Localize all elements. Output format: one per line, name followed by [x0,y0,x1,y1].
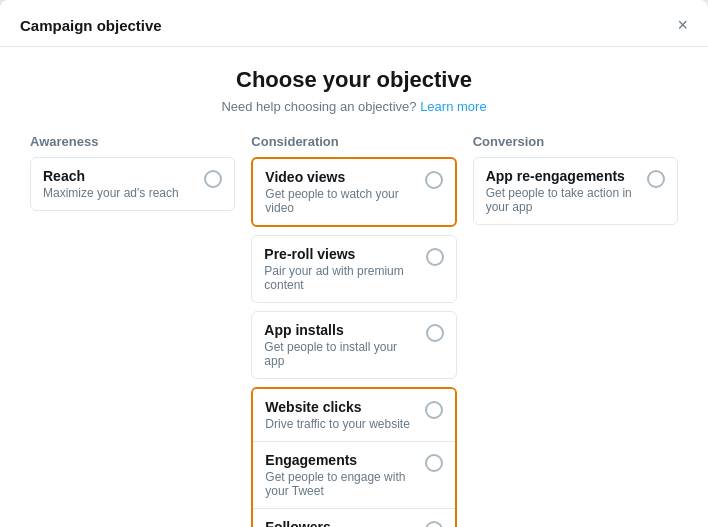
app-installs-option[interactable]: App installs Get people to install your … [251,311,456,379]
engagements-option[interactable]: Engagements Get people to engage with yo… [253,442,454,509]
reach-option[interactable]: Reach Maximize your ad's reach [30,157,235,211]
app-reengagements-radio[interactable] [647,170,665,188]
website-clicks-radio[interactable] [425,401,443,419]
campaign-objective-modal: Campaign objective × Choose your objecti… [0,0,708,527]
consideration-header: Consideration [251,134,456,149]
conversion-header: Conversion [473,134,678,149]
consideration-column: Consideration Video views Get people to … [251,134,456,527]
heading-section: Choose your objective Need help choosing… [30,67,678,114]
awareness-column: Awareness Reach Maximize your ad's reach [30,134,235,527]
video-views-option[interactable]: Video views Get people to watch your vid… [251,157,456,227]
preroll-views-radio[interactable] [426,248,444,266]
bottom-group: Website clicks Drive traffic to your web… [251,387,456,527]
preroll-views-option[interactable]: Pre-roll views Pair your ad with premium… [251,235,456,303]
reach-radio[interactable] [204,170,222,188]
app-reengagements-option[interactable]: App re-engagements Get people to take ac… [473,157,678,225]
followers-radio[interactable] [425,521,443,527]
modal-header: Campaign objective × [0,0,708,47]
modal-title: Campaign objective [20,17,162,34]
followers-option[interactable]: Followers Build an audience for your acc… [253,509,454,527]
learn-more-link[interactable]: Learn more [420,99,486,114]
video-views-radio[interactable] [425,171,443,189]
engagements-radio[interactable] [425,454,443,472]
close-button[interactable]: × [677,16,688,34]
columns-container: Awareness Reach Maximize your ad's reach… [30,134,678,527]
app-installs-radio[interactable] [426,324,444,342]
subtitle: Need help choosing an objective? Learn m… [30,99,678,114]
modal-body: Choose your objective Need help choosing… [0,47,708,527]
page-title: Choose your objective [30,67,678,93]
conversion-column: Conversion App re-engagements Get people… [473,134,678,527]
awareness-header: Awareness [30,134,235,149]
website-clicks-option[interactable]: Website clicks Drive traffic to your web… [253,389,454,442]
